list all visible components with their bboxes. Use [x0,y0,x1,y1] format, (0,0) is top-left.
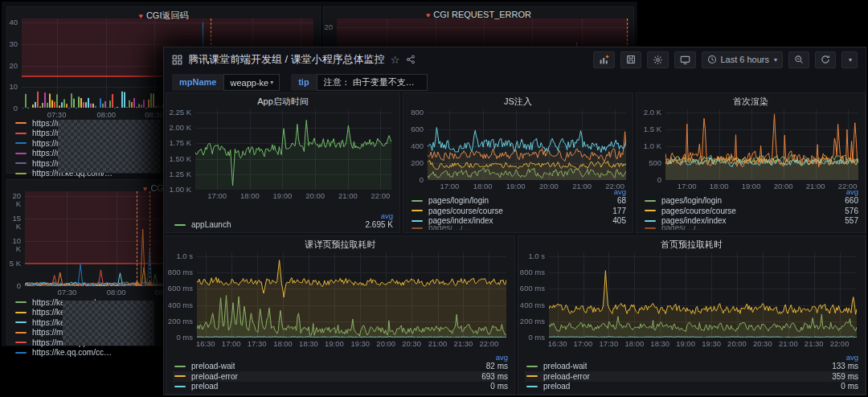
y-tick-label: 500 [637,159,661,167]
y-tick-label: 2.0 K [637,108,661,117]
x-tick-label: 17:00 [199,192,235,200]
grafana-window: 腾讯课堂前端开发组 / 课堂小程序总体监控 ☆ Last 6 hours ▾ [163,47,866,395]
legend-series-color [15,321,27,323]
y-tick-label: 10 K [7,237,21,253]
refresh-interval-dropdown[interactable]: ▾ [841,51,858,68]
y-tick-label: 1.00 K [166,186,191,194]
legend-row[interactable]: pages/…/… [643,226,858,230]
legend-row[interactable]: preload-wait82 ms [173,362,508,372]
y-tick-label: 2.25 K [166,108,191,117]
desktop: { "window": { "breadcrumb": "腾讯课堂前端开发组 /… [0,0,868,397]
chart-canvas[interactable] [665,109,858,180]
legend-row[interactable]: pages/…/… [410,226,626,230]
legend-row[interactable]: pages/course/course177 [410,206,626,216]
legend-row[interactable]: pages/index/index557 [643,216,858,227]
panel-title[interactable]: 首次渲染 [637,96,865,108]
panel-legend: avgpreload-wait133 mspreload-error359 ms… [525,353,858,392]
legend-series-color [15,342,27,343]
y-tick-label: 1.25 K [166,170,191,178]
dashboard-breadcrumb-title[interactable]: 腾讯课堂前端开发组 / 课堂小程序总体监控 [188,52,385,67]
y-tick-label: 600 ms [166,284,193,293]
y-tick-label: 1.0 s [166,252,193,260]
y-tick-label: 800 [403,108,424,117]
legend-series-color [15,173,27,174]
legend-series-color [526,386,538,387]
panel-title[interactable]: 课详页预拉取耗时 [166,239,514,251]
legend-avg-header[interactable]: avg [643,187,858,196]
y-tick-label: 600 ms [518,284,545,293]
panel-index-preload-latency: 首页预拉取耗时1.0 s800 ms600 ms400 ms200 ms0 ms… [518,235,866,395]
zoom-out-button[interactable] [788,51,809,68]
y-tick-label: 1.50 K [166,155,191,163]
legend-series-color [411,227,423,229]
legend-series-value: 82 ms [480,362,508,370]
variable-select-mpname[interactable]: weapp-ke ▾ [223,74,280,91]
variable-mpname-group: mpName weapp-ke ▾ [172,74,280,91]
x-tick-label: 22:00 [362,192,398,200]
legend-series-value: 0 ms [834,382,858,391]
share-icon[interactable] [406,55,416,64]
panel-legend: avgpages/login/login68pages/course/cours… [410,187,626,231]
clock-icon [707,55,717,64]
panel-title[interactable]: JS注入 [403,96,633,108]
legend-row[interactable]: pages/course/course576 [643,206,858,216]
legend-series-color [645,227,656,229]
save-dashboard-button[interactable] [620,51,641,68]
legend-avg-header[interactable]: avg [173,353,508,362]
legend-series-name: pages/…/… [661,226,704,230]
legend-row[interactable]: preload-error693 ms [173,371,508,382]
legend-series-name: preload-wait [191,362,235,370]
chart-canvas[interactable] [197,252,506,338]
dashboard-settings-button[interactable] [647,51,669,68]
legend-row[interactable]: preload0 ms [525,382,858,392]
x-tick-label: 22:00 [471,340,506,348]
legend-row[interactable]: pages/login/login68 [410,196,626,207]
x-tick-label: 22:00 [822,340,858,348]
y-tick-label: 400 [403,142,424,150]
legend-series-name: pages/login/login [661,196,722,205]
chart-canvas[interactable] [549,252,857,338]
legend-series-value: 693 ms [475,372,508,381]
legend-series-color [526,375,538,377]
legend-row[interactable]: preload-wait133 ms [525,362,858,372]
legend-avg-header[interactable]: avg [410,187,626,196]
legend-row[interactable]: preload-error359 ms [525,371,858,382]
legend-series-color [174,366,186,367]
legend-series-color [15,301,27,303]
variable-label-mpname: mpName [172,74,223,91]
panel-title[interactable]: App启动时间 [166,96,399,108]
chart-canvas[interactable] [195,109,391,190]
legend-avg-header[interactable]: avg [525,353,858,362]
legend-series-value: 359 ms [825,372,858,381]
legend-series-value: 2.695 K [359,220,393,229]
dashboard-grid-icon[interactable] [172,55,182,65]
legend-row[interactable]: appLaunch2.695 K [173,220,393,231]
star-icon[interactable]: ☆ [391,55,400,65]
panel-title-text: 首次渲染 [733,96,768,106]
legend-series-color [645,210,656,211]
chevron-down-icon: ▾ [849,56,852,63]
legend-series-value: 557 [838,216,858,225]
transparency-checkerboard [58,120,161,173]
panel-title[interactable]: 首页预拉取耗时 [518,239,865,251]
legend-row[interactable]: preload0 ms [173,382,508,392]
legend-series-color [411,200,423,202]
legend-row[interactable]: pages/login/login660 [643,196,858,207]
cycle-view-button[interactable] [674,51,696,68]
time-range-picker[interactable]: Last 6 hours ▾ [702,51,783,68]
legend-row[interactable]: pages/index/index405 [410,216,626,227]
legend-avg-header[interactable]: avg [173,211,393,220]
chart-canvas[interactable] [428,109,626,180]
y-tick-label: 0 [7,282,21,290]
variable-tip-group: tip 注意： 由于变量不支持告… [291,74,427,91]
x-tick-label: 19:00 [264,192,300,200]
y-tick-label: 800 ms [518,268,545,276]
panel-course-preload-latency: 课详页预拉取耗时1.0 s800 ms600 ms400 ms200 ms0 m… [166,235,515,395]
panel-title-text: 首页预拉取耗时 [661,239,723,249]
variable-tip-text: 注意： 由于变量不支持告… [317,74,428,91]
panel-legend: avgpreload-wait82 mspreload-error693 msp… [173,353,508,392]
panel-title-text: 课详页预拉取耗时 [305,239,376,249]
refresh-button[interactable] [815,51,836,68]
analytics-button[interactable] [593,51,615,68]
panel-legend: avgpages/login/login660pages/course/cour… [643,187,858,231]
